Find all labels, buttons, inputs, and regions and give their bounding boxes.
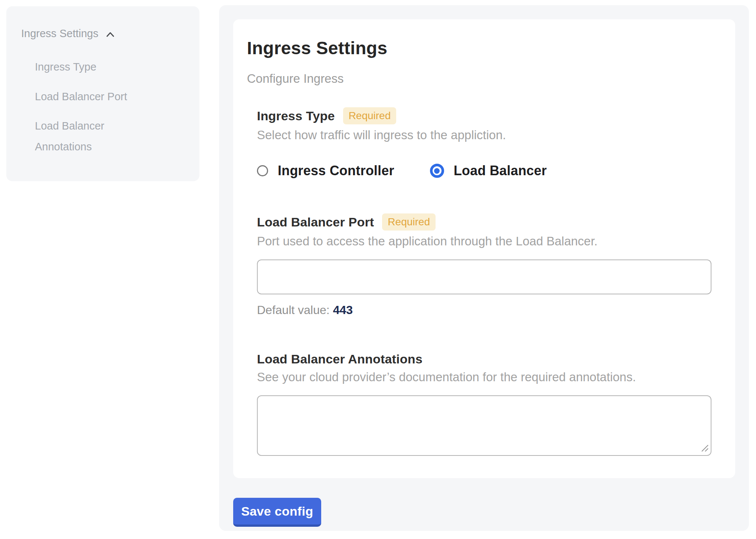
sidebar-item-load-balancer-annotations[interactable]: Load Balancer Annotations [35,116,157,157]
textarea-resize-handle-icon[interactable] [700,444,709,453]
radio-option-ingress-controller[interactable]: Ingress Controller [257,163,394,179]
sidebar-group-ingress-settings[interactable]: Ingress Settings [21,27,188,40]
annotations-textarea-wrap [257,395,711,456]
load-balancer-port-description: Port used to access the application thro… [257,234,711,248]
load-balancer-port-label: Load Balancer Port [257,215,374,229]
radio-label-ingress-controller: Ingress Controller [278,163,394,179]
load-balancer-annotations-field: Load Balancer Annotations See your cloud… [257,352,711,456]
required-badge: Required [343,107,397,124]
chevron-up-icon[interactable] [104,29,116,40]
load-balancer-port-input[interactable] [257,259,711,294]
sidebar-group-label: Ingress Settings [21,28,98,40]
load-balancer-annotations-field-head: Load Balancer Annotations [257,352,711,366]
form-fields: Ingress Type Required Select how traffic… [257,107,711,456]
ingress-type-field-head: Ingress Type Required [257,107,711,124]
radio-selected-icon[interactable] [430,164,444,178]
ingress-settings-card: Ingress Settings Configure Ingress Ingre… [233,19,735,478]
sidebar-item-load-balancer-port[interactable]: Load Balancer Port [35,86,157,107]
required-badge: Required [382,213,436,231]
default-value-number: 443 [333,303,353,317]
load-balancer-port-field: Load Balancer Port Required Port used to… [257,213,711,317]
ingress-type-field: Ingress Type Required Select how traffic… [257,107,711,179]
radio-option-load-balancer[interactable]: Load Balancer [430,163,547,179]
sidebar-item-list: Ingress Type Load Balancer Port Load Bal… [21,57,157,157]
ingress-type-description: Select how traffic will ingress to the a… [257,128,711,142]
load-balancer-annotations-label: Load Balancer Annotations [257,352,423,366]
page-subtitle: Configure Ingress [247,72,711,86]
radio-unselected-icon[interactable] [257,165,268,176]
default-value-helper: Default value:443 [257,303,711,317]
load-balancer-annotations-textarea[interactable] [257,395,711,456]
ingress-type-radio-group: Ingress Controller Load Balancer [257,163,711,179]
settings-nav-sidebar: Ingress Settings Ingress Type Load Balan… [6,6,199,181]
radio-label-load-balancer: Load Balancer [454,163,547,179]
load-balancer-annotations-description: See your cloud provider’s documentation … [257,370,711,384]
save-config-button[interactable]: Save config [233,498,321,527]
page-title: Ingress Settings [247,38,711,58]
sidebar-item-ingress-type[interactable]: Ingress Type [35,57,157,78]
radio-dot [434,168,440,174]
load-balancer-port-field-head: Load Balancer Port Required [257,213,711,231]
default-value-label: Default value: [257,303,330,317]
main-panel: Ingress Settings Configure Ingress Ingre… [219,5,749,531]
ingress-type-label: Ingress Type [257,109,335,123]
